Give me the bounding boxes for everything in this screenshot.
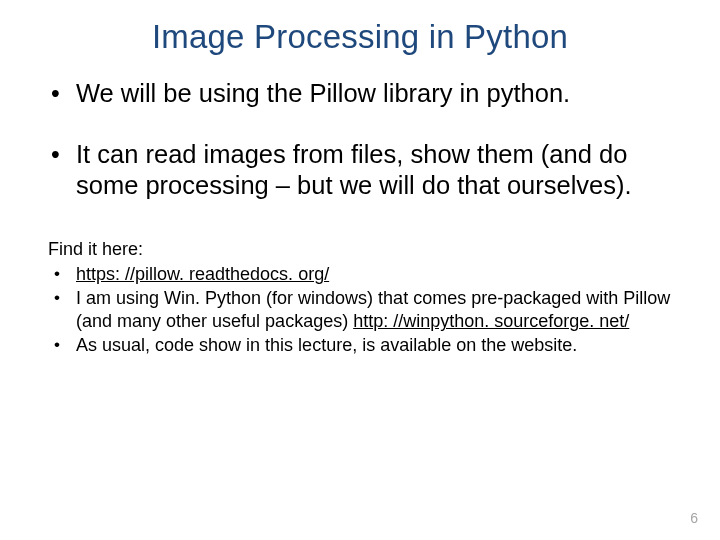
list-item: It can read images from files, show them… <box>48 139 672 201</box>
page-number: 6 <box>690 510 698 526</box>
winpython-link[interactable]: http: //winpython. sourceforge. net/ <box>353 311 629 331</box>
main-bullet-list: We will be using the Pillow library in p… <box>48 78 672 201</box>
list-item: https: //pillow. readthedocs. org/ <box>48 263 672 286</box>
slide-title: Image Processing in Python <box>48 18 672 56</box>
list-item: I am using Win. Python (for windows) tha… <box>48 287 672 333</box>
pillow-docs-link[interactable]: https: //pillow. readthedocs. org/ <box>76 264 329 284</box>
list-item: As usual, code show in this lecture, is … <box>48 334 672 357</box>
sub-intro-text: Find it here: <box>48 239 672 260</box>
list-item: We will be using the Pillow library in p… <box>48 78 672 109</box>
sub-bullet-list: https: //pillow. readthedocs. org/ I am … <box>48 263 672 357</box>
slide: Image Processing in Python We will be us… <box>0 0 720 540</box>
